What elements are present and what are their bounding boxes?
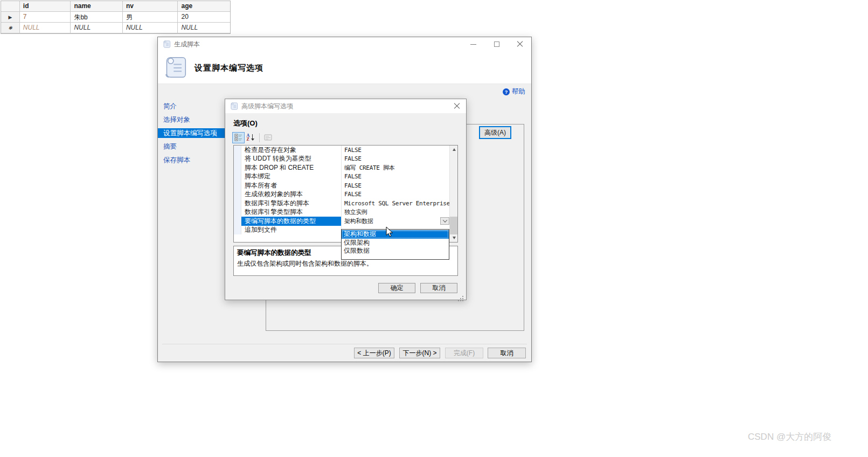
finish-button: 完成(F): [445, 348, 483, 358]
close-icon: [454, 103, 460, 109]
maximize-button[interactable]: [485, 37, 508, 51]
close-icon: [517, 41, 523, 47]
table-row: ▶ 7 朱bb 男 20: [1, 12, 230, 23]
row-selector[interactable]: ✱: [1, 23, 20, 33]
help-icon: ?: [503, 88, 510, 95]
desktop-canvas: id name nv age ▶ 7 朱bb 男 20 ✱ NULL NULL …: [0, 0, 868, 457]
advanced-button[interactable]: 高级(A): [479, 126, 511, 139]
minimize-icon: [470, 44, 476, 45]
arrow-down-icon: [453, 237, 456, 239]
scrollbar-thumb[interactable]: [450, 217, 458, 234]
dropdown-item-schema-only[interactable]: 仅限架构: [342, 239, 449, 247]
cell-nv[interactable]: 男: [123, 12, 178, 23]
current-row-arrow-icon: ▶: [8, 15, 12, 20]
dropdown-item-data-only[interactable]: 仅限数据: [342, 247, 449, 255]
property-pages-button: [262, 132, 274, 143]
cell-name[interactable]: NULL: [71, 23, 123, 33]
option-row[interactable]: 生成依赖对象的脚本FALSE: [234, 190, 450, 199]
categorized-icon: [234, 134, 243, 142]
minimize-button[interactable]: [462, 37, 485, 51]
page-title: 设置脚本编写选项: [195, 63, 263, 73]
results-data-grid: id name nv age ▶ 7 朱bb 男 20 ✱ NULL NULL …: [1, 1, 231, 34]
az-sort-icon: AZ: [247, 134, 250, 141]
sidebar-item-choose-objects[interactable]: 选择对象: [158, 115, 225, 124]
wizard-cancel-button[interactable]: 取消: [488, 348, 526, 358]
wizard-header: 设置脚本编写选项: [158, 51, 531, 84]
scroll-down-button[interactable]: [450, 234, 458, 242]
mouse-cursor: [386, 226, 394, 238]
option-row-types-of-data[interactable]: 要编写脚本的数据的类型 架构和数据: [234, 217, 450, 226]
chevron-down-icon: [442, 218, 447, 222]
new-row-icon: ✱: [8, 25, 12, 31]
sort-arrow-icon: [250, 134, 255, 141]
categorized-view-button[interactable]: [232, 132, 245, 143]
dialog-cancel-button[interactable]: 取消: [420, 283, 457, 293]
cell-age[interactable]: 20: [178, 12, 230, 23]
dialog-title: 高级脚本编写选项: [241, 102, 293, 111]
close-button[interactable]: [508, 37, 531, 51]
combo-dropdown-button[interactable]: [440, 217, 449, 225]
sidebar-item-set-scripting-options[interactable]: 设置脚本编写选项: [158, 128, 225, 138]
option-row[interactable]: 脚本所有者FALSE: [234, 181, 450, 190]
cell-age[interactable]: NULL: [178, 23, 230, 33]
column-header-id[interactable]: id: [20, 1, 71, 12]
cell-name[interactable]: 朱bb: [71, 12, 123, 23]
cell-nv[interactable]: NULL: [123, 23, 178, 33]
types-of-data-dropdown-list: 架构和数据 仅限架构 仅限数据: [341, 229, 449, 260]
column-header-age[interactable]: age: [178, 1, 230, 12]
toolbar-separator: [259, 133, 260, 142]
wizard-titlebar[interactable]: 生成脚本: [158, 37, 531, 51]
scroll-icon: [230, 102, 238, 110]
options-toolbar: AZ: [232, 131, 274, 143]
sidebar-item-introduction[interactable]: 简介: [158, 101, 225, 111]
help-link[interactable]: ? 帮助: [503, 87, 525, 96]
scroll-icon: [163, 40, 171, 49]
property-pages-icon: [264, 134, 273, 141]
column-header-nv[interactable]: nv: [123, 1, 178, 12]
resize-grip[interactable]: [462, 296, 463, 297]
window-title: 生成脚本: [174, 40, 200, 49]
ok-button[interactable]: 确定: [378, 283, 415, 293]
option-row[interactable]: 脚本 DROP 和 CREATE编写 CREATE 脚本: [234, 163, 450, 172]
maximize-icon: [494, 41, 499, 47]
dialog-titlebar[interactable]: 高级脚本编写选项: [225, 99, 466, 113]
options-property-grid: 检查是否存在对象FALSE 将 UDDT 转换为基类型FALSE 脚本 DROP…: [233, 145, 458, 243]
table-row-new: ✱ NULL NULL NULL NULL: [1, 23, 230, 33]
option-row[interactable]: 数据库引擎版本的脚本Microsoft SQL Server Enterpris…: [234, 199, 450, 208]
arrow-up-icon: [453, 148, 456, 151]
cell-id[interactable]: NULL: [20, 23, 71, 33]
options-label: 选项(O): [233, 119, 258, 128]
option-row[interactable]: 脚本绑定FALSE: [234, 172, 450, 182]
footer-divider: [162, 344, 527, 344]
option-row[interactable]: 将 UDDT 转换为基类型FALSE: [234, 155, 450, 164]
dropdown-item-schema-and-data[interactable]: 架构和数据: [342, 230, 449, 239]
sidebar-item-save-scripts[interactable]: 保存脚本: [158, 155, 225, 165]
option-row[interactable]: 数据库引擎类型脚本独立实例: [234, 208, 450, 217]
option-rows: 检查是否存在对象FALSE 将 UDDT 转换为基类型FALSE 脚本 DROP…: [234, 146, 450, 234]
types-of-data-combo[interactable]: 架构和数据: [342, 217, 450, 226]
alphabetical-sort-button[interactable]: AZ: [245, 132, 257, 143]
description-text: 生成仅包含架构或同时包含架构和数据的脚本。: [237, 259, 454, 268]
sidebar-item-summary[interactable]: 摘要: [158, 142, 225, 151]
watermark-text: CSDN @大方的阿俊: [748, 431, 831, 443]
scroll-up-button[interactable]: [450, 146, 458, 154]
wizard-steps-nav: 简介 选择对象 设置脚本编写选项 摘要 保存脚本: [158, 101, 225, 169]
previous-button[interactable]: < 上一步(P): [354, 348, 394, 358]
options-scrollbar[interactable]: [449, 146, 457, 242]
help-label: 帮助: [512, 87, 525, 96]
column-header-name[interactable]: name: [71, 1, 123, 12]
script-scroll-icon: [164, 54, 188, 80]
grid-corner-cell[interactable]: [1, 1, 20, 12]
row-selector[interactable]: ▶: [1, 12, 20, 23]
cell-id[interactable]: 7: [20, 12, 71, 23]
advanced-scripting-options-dialog: 高级脚本编写选项 选项(O) AZ 检查是否存在对象FALSE 将 UDDT 转…: [225, 99, 467, 300]
grid-header-row: id name nv age: [1, 1, 230, 12]
option-row[interactable]: 检查是否存在对象FALSE: [234, 146, 450, 155]
dialog-close-button[interactable]: [448, 99, 466, 113]
next-button[interactable]: 下一步(N) >: [399, 348, 440, 358]
